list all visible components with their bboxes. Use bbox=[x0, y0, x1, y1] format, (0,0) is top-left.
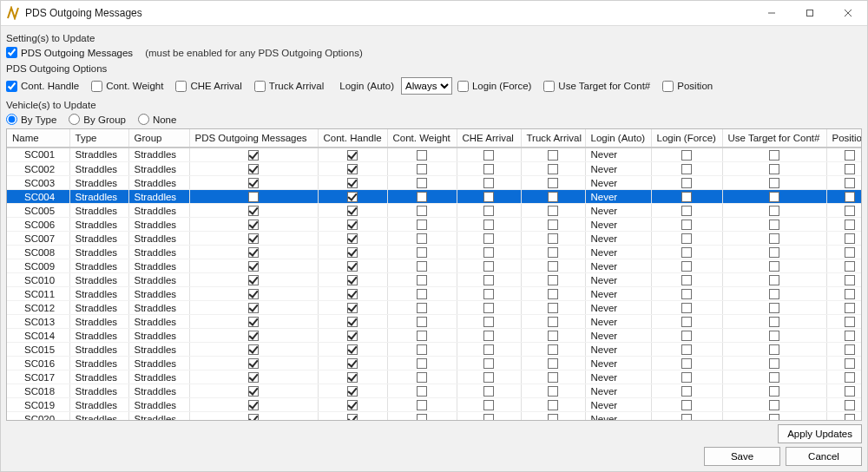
grid-checkbox[interactable] bbox=[347, 303, 358, 313]
pds-outgoing-checkbox[interactable]: PDS Outgoing Messages bbox=[6, 47, 133, 58]
cell-login-auto[interactable]: Never bbox=[585, 162, 651, 176]
cell-cont-handle[interactable] bbox=[318, 357, 387, 370]
col-lf[interactable]: Login (Force) bbox=[651, 129, 722, 147]
table-row[interactable]: SC008StraddlesStraddlesNever bbox=[7, 246, 861, 259]
cell-login-auto[interactable]: Never bbox=[585, 384, 651, 398]
grid-checkbox[interactable] bbox=[769, 192, 779, 202]
grid-checkbox[interactable] bbox=[483, 303, 494, 313]
cell-cont-handle[interactable] bbox=[318, 384, 387, 398]
grid-checkbox[interactable] bbox=[681, 317, 692, 327]
cell-cont-handle[interactable] bbox=[318, 301, 387, 315]
cell-truck-arrival[interactable] bbox=[521, 315, 585, 329]
cell-login-auto[interactable]: Never bbox=[585, 246, 651, 259]
cell-pds[interactable] bbox=[189, 370, 318, 384]
grid-checkbox[interactable] bbox=[248, 344, 259, 355]
grid-checkbox[interactable] bbox=[548, 261, 558, 272]
cell-login-auto[interactable]: Never bbox=[585, 204, 651, 218]
grid-checkbox[interactable] bbox=[417, 206, 427, 216]
col-cw[interactable]: Cont. Weight bbox=[387, 129, 457, 147]
grid-checkbox[interactable] bbox=[248, 400, 259, 410]
grid-checkbox[interactable] bbox=[248, 289, 259, 299]
grid-checkbox[interactable] bbox=[483, 150, 494, 161]
login-force-checkbox[interactable]: Login (Force) bbox=[457, 81, 531, 92]
grid-checkbox[interactable] bbox=[548, 400, 558, 410]
grid-checkbox[interactable] bbox=[548, 289, 558, 299]
cell-position[interactable] bbox=[826, 315, 861, 329]
cell-use-target[interactable] bbox=[722, 287, 826, 301]
cell-position[interactable] bbox=[826, 384, 861, 398]
cell-cont-weight[interactable] bbox=[387, 259, 457, 273]
cell-cont-weight[interactable] bbox=[387, 232, 457, 246]
cell-cont-weight[interactable] bbox=[387, 246, 457, 259]
col-name[interactable]: Name bbox=[7, 129, 69, 147]
cell-truck-arrival[interactable] bbox=[521, 190, 585, 204]
cell-position[interactable] bbox=[826, 412, 861, 421]
grid-checkbox[interactable] bbox=[769, 344, 779, 355]
cell-cont-handle[interactable] bbox=[318, 162, 387, 176]
cell-che-arrival[interactable] bbox=[457, 204, 521, 218]
grid-checkbox[interactable] bbox=[769, 178, 779, 188]
cell-truck-arrival[interactable] bbox=[521, 357, 585, 370]
grid-checkbox[interactable] bbox=[248, 317, 259, 327]
grid-checkbox[interactable] bbox=[347, 150, 358, 161]
grid-checkbox[interactable] bbox=[548, 150, 558, 161]
cell-pds[interactable] bbox=[189, 329, 318, 343]
table-row[interactable]: SC012StraddlesStraddlesNever bbox=[7, 301, 861, 315]
grid-checkbox[interactable] bbox=[769, 247, 779, 258]
table-row[interactable]: SC020StraddlesStraddlesNever bbox=[7, 412, 861, 421]
cell-pds[interactable] bbox=[189, 204, 318, 218]
grid-checkbox[interactable] bbox=[347, 206, 358, 216]
grid-checkbox[interactable] bbox=[417, 344, 427, 355]
grid-checkbox[interactable] bbox=[417, 372, 427, 383]
grid-checkbox[interactable] bbox=[845, 247, 855, 258]
cell-login-auto[interactable]: Never bbox=[585, 343, 651, 357]
truck-arrival-checkbox[interactable]: Truck Arrival bbox=[254, 81, 324, 92]
grid-checkbox[interactable] bbox=[681, 275, 692, 285]
cell-pds[interactable] bbox=[189, 412, 318, 421]
vehicles-grid[interactable]: Name Type Group PDS Outgoing Messages Co… bbox=[6, 128, 862, 421]
grid-checkbox[interactable] bbox=[681, 206, 692, 216]
grid-checkbox[interactable] bbox=[548, 220, 558, 230]
cell-login-auto[interactable]: Never bbox=[585, 273, 651, 287]
cancel-button[interactable]: Cancel bbox=[786, 447, 862, 466]
cell-che-arrival[interactable] bbox=[457, 287, 521, 301]
cell-che-arrival[interactable] bbox=[457, 162, 521, 176]
grid-checkbox[interactable] bbox=[417, 275, 427, 285]
cell-login-force[interactable] bbox=[651, 384, 722, 398]
cell-login-force[interactable] bbox=[651, 315, 722, 329]
grid-checkbox[interactable] bbox=[483, 386, 494, 397]
grid-checkbox[interactable] bbox=[769, 275, 779, 285]
cell-pds[interactable] bbox=[189, 287, 318, 301]
table-row[interactable]: SC004StraddlesStraddlesNever bbox=[7, 190, 861, 204]
grid-checkbox[interactable] bbox=[248, 178, 259, 188]
cell-login-auto[interactable]: Never bbox=[585, 412, 651, 421]
cell-pds[interactable] bbox=[189, 162, 318, 176]
grid-checkbox[interactable] bbox=[347, 289, 358, 299]
col-pos[interactable]: Position bbox=[826, 129, 862, 147]
grid-checkbox[interactable] bbox=[417, 178, 427, 188]
grid-checkbox[interactable] bbox=[248, 414, 259, 420]
cell-position[interactable] bbox=[826, 273, 861, 287]
grid-checkbox[interactable] bbox=[248, 247, 259, 258]
cell-use-target[interactable] bbox=[722, 357, 826, 370]
grid-checkbox[interactable] bbox=[845, 344, 855, 355]
grid-checkbox[interactable] bbox=[417, 261, 427, 272]
cell-position[interactable] bbox=[826, 343, 861, 357]
grid-checkbox[interactable] bbox=[769, 220, 779, 230]
grid-checkbox[interactable] bbox=[548, 372, 558, 383]
grid-checkbox[interactable] bbox=[417, 247, 427, 258]
cell-truck-arrival[interactable] bbox=[521, 412, 585, 421]
grid-checkbox[interactable] bbox=[681, 400, 692, 410]
cell-login-force[interactable] bbox=[651, 232, 722, 246]
cell-cont-weight[interactable] bbox=[387, 412, 457, 421]
cell-pds[interactable] bbox=[189, 232, 318, 246]
cell-che-arrival[interactable] bbox=[457, 329, 521, 343]
cell-truck-arrival[interactable] bbox=[521, 398, 585, 412]
grid-checkbox[interactable] bbox=[681, 164, 692, 174]
grid-checkbox[interactable] bbox=[248, 220, 259, 230]
grid-checkbox[interactable] bbox=[769, 261, 779, 272]
grid-checkbox[interactable] bbox=[845, 414, 855, 420]
grid-checkbox[interactable] bbox=[548, 414, 558, 420]
grid-checkbox[interactable] bbox=[417, 192, 427, 202]
grid-checkbox[interactable] bbox=[845, 178, 855, 188]
